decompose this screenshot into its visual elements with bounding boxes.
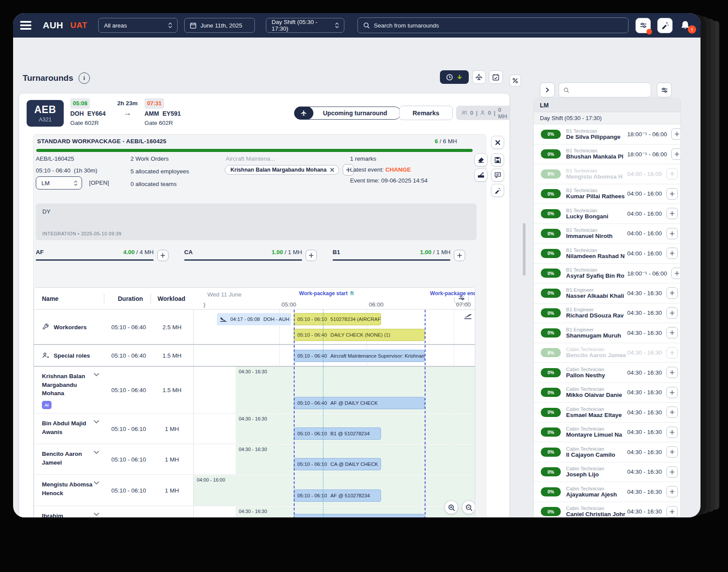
roster-row[interactable]: 0%B1 TechnicianDe Silva Pilippange18:00⁻… [534,124,680,145]
roster-row[interactable]: 0%B1 EngineerNasser Alkaabi Khali04:30 -… [534,283,680,303]
allocation-bar[interactable]: 05:10 - 06:40Aircraft Maintenance Superv… [294,350,425,362]
chevron-down-icon[interactable] [93,511,100,517]
add-skill-AF-button[interactable] [157,250,168,261]
sidebar-filter-button[interactable] [657,83,672,97]
zoom-out-button[interactable] [462,500,475,514]
add-skill-B1-button[interactable] [454,250,465,261]
search-input[interactable] [374,22,623,29]
add-person-button[interactable] [666,506,678,517]
remarks-button[interactable]: Remarks [399,106,453,120]
utilization-badge: 0% [541,328,561,338]
add-person-button[interactable] [666,287,678,299]
roster-row[interactable]: 0%Cabin TechnicianCaniel Christian Johr0… [534,502,680,518]
add-person-button[interactable] [666,367,678,378]
chevron-down-icon[interactable] [93,449,100,455]
utilization-badge: 0% [541,467,561,476]
sign-off-button[interactable] [474,169,488,182]
flight-bar[interactable]: 04:17 - 05:08DOH - AUH - E [217,313,291,325]
close-workpackage-button[interactable] [491,136,504,149]
aircraft-view-button[interactable] [472,70,486,84]
add-person-button[interactable] [666,248,678,259]
area-select[interactable]: All areas [98,18,178,33]
workpackage-duration: (1h 30m) [74,167,97,174]
aircraft-registration[interactable]: AEB A321 [27,100,64,127]
roster-row[interactable]: 0%Cabin TechnicianIl Cajayon Camilo04:30… [534,442,680,462]
add-person-button[interactable] [666,228,678,239]
chevron-down-icon[interactable] [93,480,100,486]
add-person-button[interactable] [666,168,678,179]
roster-row[interactable]: 0%B1 TechnicianNilamdeen Rashad N04:00 -… [534,244,680,264]
utilization-percent-button[interactable] [509,75,521,86]
filters-button[interactable] [635,18,651,33]
row-workload: 1.5 MH [151,506,193,517]
roster-row[interactable]: 0%B1 TechnicianImmanuel Niroth04:00 - 16… [534,224,680,244]
chevron-down-icon[interactable] [93,372,100,378]
notifications-button[interactable]: ! [680,18,693,32]
menu-icon[interactable] [20,21,31,30]
person-info: B1 EngineerShanmugam Muruh [566,327,627,339]
add-person-button[interactable] [666,188,678,200]
sidebar-search-input[interactable] [573,87,646,93]
vertical-scrollbar[interactable] [523,223,525,276]
add-person-button[interactable] [666,327,678,338]
magic-wand-button[interactable] [657,18,673,33]
workorder-bar[interactable]: 05:10 - 06:10510278234 (AIRCRAFT) [294,313,381,325]
add-person-button[interactable] [666,347,678,358]
clear-button[interactable] [474,153,488,166]
allocation-bar[interactable]: 05:10 - 06:10B1 @ 510278234 [294,427,381,440]
shift-select[interactable]: Day Shift (05:30 - 17:30) [266,18,344,33]
roster-row[interactable]: 0%Cabin TechnicianJoseph Lijo04:30 - 16:… [534,462,680,482]
roster-row[interactable]: 0%B1 TechnicianBhushan Mankala Pl18:00⁻¹… [534,145,680,165]
add-person-button[interactable] [666,446,678,458]
add-person-button[interactable] [666,486,678,497]
allocation-bar[interactable]: 05:10 - 06:10AF @ 510278234 [294,489,381,502]
chevron-down-icon[interactable] [93,419,100,425]
workorder-bar[interactable]: 05:10 - 06:40DAILY CHECK (NONE) (1) [294,329,425,341]
add-person-button[interactable] [671,128,681,140]
remove-assignee-icon[interactable] [330,168,334,172]
assignee-chip[interactable]: Krishnan Balan Margabandu Mohana [225,165,339,175]
allocation-bar[interactable]: 05:10 - 06:40AF @ DAILY CHECK [294,514,425,517]
roster-row[interactable]: 8%B1 TechnicianMengistu Abomsa H04:00 - … [534,164,680,184]
collapse-sidebar-button[interactable] [540,83,555,97]
roster-row[interactable]: 0%B1 TechnicianAsyraf Syafiq Bin Ro18:00… [534,264,680,284]
info-icon[interactable]: i [79,72,90,84]
roster-row[interactable]: 0%Cabin TechnicianPallon Nesthy04:30 - 1… [534,363,680,383]
roster-row[interactable]: 0%B1 TechnicianKumar Pillai Rathees04:00… [534,184,680,204]
roster-row[interactable]: 8%Cabin TechnicianBencito Aaron Jamee04:… [534,343,680,363]
roster-row[interactable]: 0%B1 EngineerRichard DSouza Rav04:30 - 1… [534,303,680,324]
roster-row[interactable]: 0%Cabin TechnicianAjayakumar Ajesh04:30 … [534,482,680,502]
save-button[interactable] [491,153,504,166]
skill-group-CA: CA1.00 / 1 MH [184,249,302,262]
roster-row[interactable]: 0%Cabin TechnicianMikko Olaivar Danie04:… [534,383,680,403]
roster-row[interactable]: 0%B1 TechnicianLucky Bongani04:00 - 16:0… [534,204,680,224]
add-person-button[interactable] [666,307,678,319]
separator: | [494,110,495,116]
allocation-bar[interactable]: 05:10 - 06:40AF @ DAILY CHECK [294,397,425,409]
departure-gate: Gate 602R [144,118,181,128]
add-person-button[interactable] [666,466,678,478]
roster-row[interactable]: 0%Cabin TechnicianMontayre Limuel Na04:3… [534,423,680,443]
allocation-bar[interactable]: 05:10 - 06:10CA @ DAILY CHECK [294,458,381,470]
sidebar-search[interactable] [559,83,651,97]
roster-row[interactable]: 0%Cabin TechnicianEsmael Maaz Eltaye04:3… [534,403,680,423]
add-person-button[interactable] [666,208,678,219]
zoom-in-button[interactable] [444,500,458,514]
magic-wand-icon [661,21,669,29]
upcoming-turnaround-button[interactable]: Upcoming turnaround [294,107,401,120]
comments-button[interactable] [491,169,504,182]
search-bar[interactable] [357,17,628,33]
add-person-button[interactable] [671,148,681,160]
add-skill-CA-button[interactable] [306,250,317,261]
add-person-button[interactable] [671,268,681,279]
add-person-button[interactable] [666,407,678,418]
roster-row[interactable]: 0%B1 EngineerShanmugam Muruh04:30 - 16:3… [534,323,680,343]
add-person-button[interactable] [666,387,678,398]
add-person-button[interactable] [666,427,678,438]
time-sort-button[interactable] [440,70,469,84]
station-select[interactable]: LM [36,176,82,190]
planning-view-button[interactable] [489,70,503,84]
allocation-stats[interactable]: 0 | 0 | 0 MH [456,106,510,120]
auto-allocate-button[interactable] [491,184,504,197]
date-picker[interactable]: June 11th, 2025 [184,18,255,33]
